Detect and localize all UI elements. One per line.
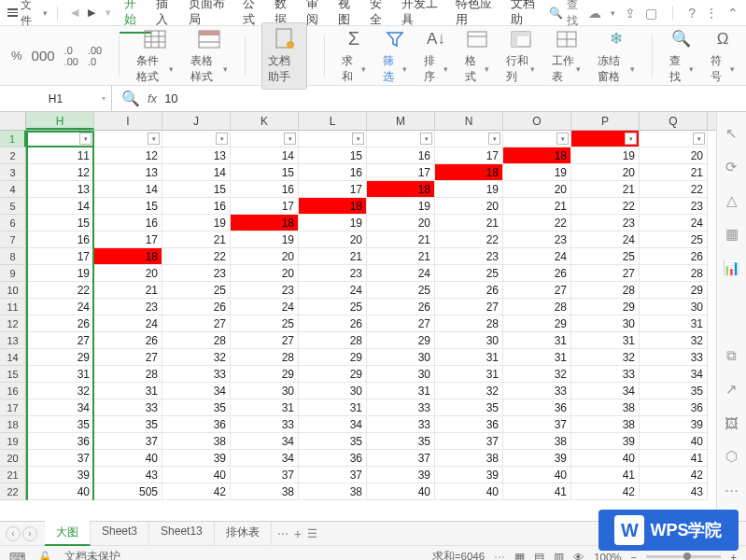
cell[interactable]: 35 bbox=[367, 433, 435, 450]
cell[interactable]: 26 bbox=[299, 315, 367, 332]
cell[interactable]: 19 bbox=[26, 265, 94, 282]
nav-dropdown-button[interactable]: ▾ bbox=[101, 6, 116, 21]
cell[interactable]: 15 bbox=[162, 181, 231, 198]
cell[interactable]: 28 bbox=[94, 366, 162, 383]
cell[interactable]: 30 bbox=[231, 383, 299, 399]
cell[interactable]: 18 bbox=[503, 147, 571, 164]
cell[interactable]: 40 bbox=[162, 467, 231, 483]
cell[interactable]: 22 bbox=[162, 248, 231, 265]
cell[interactable]: 12 bbox=[94, 147, 162, 164]
col-header-Q[interactable]: Q bbox=[640, 112, 708, 130]
select-all-corner[interactable] bbox=[0, 112, 26, 130]
cell[interactable]: 15 bbox=[94, 198, 162, 215]
cell[interactable]: 39 bbox=[367, 467, 435, 483]
cell[interactable]: 32 bbox=[162, 349, 231, 366]
cell[interactable]: 26 bbox=[640, 248, 708, 265]
cell[interactable]: 19 bbox=[367, 198, 435, 215]
cell[interactable]: 13 bbox=[94, 164, 162, 181]
cell[interactable]: 23 bbox=[162, 265, 231, 282]
cell[interactable]: 18 bbox=[299, 198, 367, 215]
row-header-2[interactable]: 2 bbox=[0, 147, 26, 164]
cell[interactable]: 37 bbox=[94, 433, 162, 450]
cell[interactable]: 29 bbox=[571, 299, 640, 315]
cell[interactable]: 38 bbox=[162, 433, 231, 450]
cell[interactable]: 30 bbox=[640, 299, 708, 315]
cell[interactable]: 21 bbox=[435, 215, 503, 231]
row-header-22[interactable]: 22 bbox=[0, 483, 26, 500]
row-header-9[interactable]: 9 bbox=[0, 265, 26, 282]
row-header-16[interactable]: 16 bbox=[0, 383, 26, 399]
fx-icon[interactable]: fx bbox=[148, 91, 157, 105]
cell[interactable]: 27 bbox=[571, 265, 640, 282]
cell[interactable]: ▾ bbox=[26, 131, 94, 147]
cell[interactable]: 28 bbox=[640, 265, 708, 282]
cell[interactable]: 40 bbox=[503, 467, 571, 483]
cell[interactable]: 21 bbox=[94, 282, 162, 299]
col-header-I[interactable]: I bbox=[94, 112, 162, 130]
format-button[interactable]: 格式 ▾ bbox=[465, 27, 489, 85]
cell[interactable]: 19 bbox=[299, 215, 367, 231]
cell[interactable]: 14 bbox=[26, 198, 94, 215]
cell[interactable]: 27 bbox=[26, 332, 94, 349]
row-header-13[interactable]: 13 bbox=[0, 332, 26, 349]
more-icon[interactable]: ⋮ bbox=[705, 6, 718, 21]
cell[interactable]: 28 bbox=[571, 282, 640, 299]
row-header-10[interactable]: 10 bbox=[0, 282, 26, 299]
cell[interactable]: 37 bbox=[367, 450, 435, 467]
calendar-icon[interactable]: ▢ bbox=[645, 6, 657, 21]
worksheet-button[interactable]: 工作表 ▾ bbox=[552, 27, 581, 85]
cell[interactable]: 20 bbox=[299, 231, 367, 248]
formula-input[interactable]: 10 bbox=[164, 91, 737, 105]
cell[interactable]: 34 bbox=[231, 433, 299, 450]
cell[interactable]: 25 bbox=[299, 299, 367, 315]
cell[interactable]: 27 bbox=[435, 299, 503, 315]
cell[interactable]: 21 bbox=[162, 231, 231, 248]
cell[interactable]: 19 bbox=[435, 181, 503, 198]
cell[interactable]: 26 bbox=[26, 315, 94, 332]
cell[interactable]: 36 bbox=[162, 416, 231, 433]
cell[interactable]: 42 bbox=[640, 467, 708, 483]
cell[interactable]: 33 bbox=[503, 383, 571, 399]
cell[interactable]: 34 bbox=[299, 416, 367, 433]
filter-dropdown-icon[interactable]: ▾ bbox=[625, 133, 637, 145]
cell[interactable]: 22 bbox=[435, 231, 503, 248]
cell[interactable]: 25 bbox=[640, 231, 708, 248]
name-box[interactable]: H1 bbox=[0, 86, 112, 111]
cell[interactable]: 23 bbox=[640, 198, 708, 215]
cell[interactable]: 34 bbox=[162, 383, 231, 399]
cell[interactable]: 39 bbox=[640, 416, 708, 433]
help-icon[interactable]: ? bbox=[688, 6, 696, 21]
cell[interactable]: ▾ bbox=[94, 131, 162, 147]
filter-dropdown-icon[interactable]: ▾ bbox=[693, 133, 705, 145]
cell[interactable]: 25 bbox=[571, 248, 640, 265]
cell[interactable]: 25 bbox=[162, 282, 231, 299]
cell[interactable]: 35 bbox=[26, 416, 94, 433]
filter-dropdown-icon[interactable]: ▾ bbox=[284, 133, 296, 145]
cell[interactable]: 26 bbox=[503, 265, 571, 282]
cell[interactable]: 16 bbox=[94, 215, 162, 231]
cell[interactable]: 39 bbox=[26, 467, 94, 483]
cell[interactable]: 31 bbox=[26, 366, 94, 383]
cell[interactable]: 14 bbox=[231, 147, 299, 164]
cell[interactable]: 15 bbox=[26, 215, 94, 231]
cloud-icon[interactable]: ☁ bbox=[588, 6, 601, 21]
cursor-icon[interactable]: ↖ bbox=[724, 125, 740, 142]
next-sheet-button[interactable]: › bbox=[22, 526, 37, 541]
symbol-button[interactable]: Ω 符号 ▾ bbox=[711, 27, 735, 85]
cell[interactable]: 27 bbox=[231, 332, 299, 349]
view-page-icon[interactable]: ▤ bbox=[534, 551, 544, 561]
cell[interactable]: 33 bbox=[367, 416, 435, 433]
cell[interactable]: 29 bbox=[367, 332, 435, 349]
cell[interactable]: 29 bbox=[640, 282, 708, 299]
cell[interactable]: 24 bbox=[231, 299, 299, 315]
cell[interactable]: 19 bbox=[571, 147, 640, 164]
cell[interactable]: 35 bbox=[299, 433, 367, 450]
cell[interactable]: 34 bbox=[26, 399, 94, 416]
cell[interactable]: 36 bbox=[26, 433, 94, 450]
cell[interactable]: 15 bbox=[231, 164, 299, 181]
cell[interactable]: 35 bbox=[435, 399, 503, 416]
cell[interactable]: 16 bbox=[367, 147, 435, 164]
cell[interactable]: 24 bbox=[367, 265, 435, 282]
sort-button[interactable]: A↓ 排序 ▾ bbox=[424, 27, 448, 85]
cell[interactable]: 38 bbox=[231, 483, 299, 500]
